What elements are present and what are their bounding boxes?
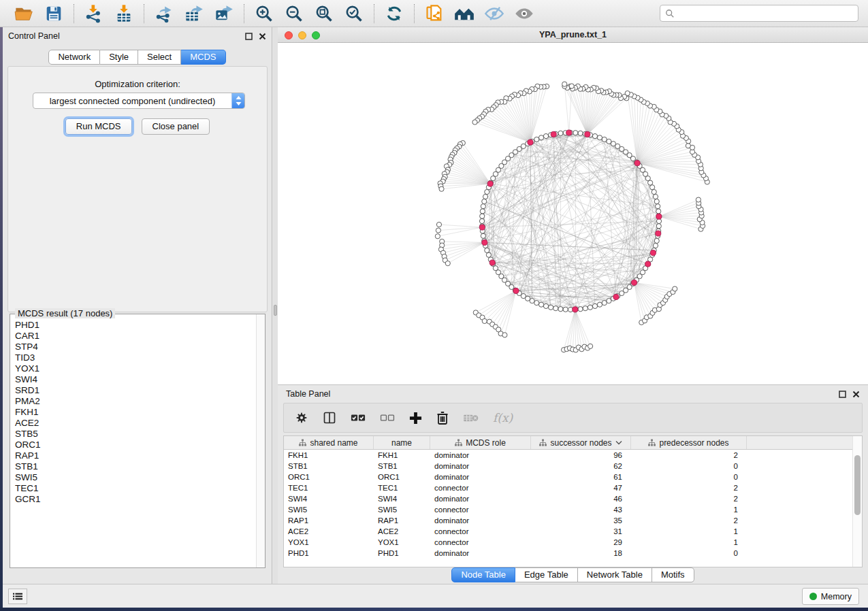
network-node[interactable] <box>578 307 583 312</box>
export-image-button[interactable] <box>212 3 236 24</box>
network-node[interactable] <box>588 344 593 348</box>
save-session-button[interactable] <box>42 3 65 24</box>
dominator-node[interactable] <box>613 294 619 299</box>
table-scrollbar-thumb[interactable] <box>854 455 861 515</box>
maximize-window-icon[interactable] <box>312 31 320 39</box>
zoom-in-button[interactable] <box>253 3 276 24</box>
table-row[interactable]: ACE2ACE2connector311 <box>284 526 862 537</box>
network-node[interactable] <box>558 131 563 135</box>
run-mcds-button[interactable]: Run MCDS <box>65 118 132 135</box>
split-view-button[interactable] <box>323 411 336 425</box>
hide-selected-button[interactable] <box>483 3 506 24</box>
memory-button[interactable]: Memory <box>802 588 859 605</box>
network-node[interactable] <box>652 189 656 194</box>
network-node[interactable] <box>543 133 548 138</box>
export-network-button[interactable] <box>152 3 176 24</box>
network-node[interactable] <box>597 135 602 140</box>
dominator-node[interactable] <box>566 130 572 135</box>
network-node[interactable] <box>592 303 597 308</box>
select-all-button[interactable] <box>351 412 366 423</box>
dominator-node[interactable] <box>513 288 519 293</box>
network-node[interactable] <box>578 131 583 135</box>
float-panel-icon[interactable] <box>839 391 846 398</box>
splitter-grip[interactable] <box>274 305 277 316</box>
dominator-node[interactable] <box>479 225 485 230</box>
table-row[interactable]: PHD1PHD1dominator180 <box>284 548 862 559</box>
mcds-result-item[interactable]: PHD1 <box>15 320 265 331</box>
tab-edge-table[interactable]: Edge Table <box>515 567 578 582</box>
task-history-button[interactable] <box>8 589 27 604</box>
mcds-result-list[interactable]: PHD1CAR1STP4TID3YOX1SWI4SRD1PMA2FKH1ACE2… <box>10 314 265 567</box>
dominator-node[interactable] <box>482 240 487 245</box>
network-node[interactable] <box>558 307 563 312</box>
deselect-all-button[interactable] <box>380 412 395 423</box>
network-node[interactable] <box>686 144 690 148</box>
network-node[interactable] <box>562 82 567 86</box>
dominator-node[interactable] <box>645 261 651 267</box>
zoom-out-button[interactable] <box>283 3 306 24</box>
delete-table-button[interactable] <box>463 413 479 423</box>
tab-mcds[interactable]: MCDS <box>181 50 225 65</box>
table-settings-button[interactable] <box>295 411 308 425</box>
network-node[interactable] <box>588 305 592 310</box>
tab-style[interactable]: Style <box>100 50 138 65</box>
mcds-result-item[interactable]: GCR1 <box>15 494 265 505</box>
network-node[interactable] <box>485 189 489 194</box>
network-node[interactable] <box>482 318 487 323</box>
mcds-result-item[interactable]: ACE2 <box>15 418 265 429</box>
dominator-node[interactable] <box>650 250 656 255</box>
network-node[interactable] <box>502 333 507 337</box>
network-node[interactable] <box>592 133 597 138</box>
tab-motifs[interactable]: Motifs <box>652 567 694 582</box>
network-node[interactable] <box>539 302 543 307</box>
dominator-node[interactable] <box>487 181 493 186</box>
column-header-successor-nodes[interactable]: successor nodes <box>531 436 631 449</box>
network-node[interactable] <box>656 224 661 229</box>
network-node[interactable] <box>673 286 677 291</box>
table-row[interactable]: STB1STB1dominator620 <box>284 461 862 472</box>
mcds-result-item[interactable]: SRD1 <box>15 385 265 396</box>
table-scrollbar[interactable] <box>852 436 862 567</box>
network-node[interactable] <box>650 185 655 190</box>
network-node[interactable] <box>583 306 588 311</box>
first-neighbors-button[interactable] <box>453 3 476 24</box>
mcds-result-item[interactable]: ORC1 <box>15 440 265 450</box>
dominator-node[interactable] <box>489 260 495 265</box>
network-node[interactable] <box>481 204 485 209</box>
dominator-node[interactable] <box>585 131 590 137</box>
zoom-selected-button[interactable] <box>342 3 366 24</box>
mcds-result-item[interactable]: FKH1 <box>15 407 265 418</box>
network-node[interactable] <box>482 199 487 203</box>
dominator-node[interactable] <box>573 307 578 312</box>
network-node[interactable] <box>553 306 558 311</box>
network-node[interactable] <box>472 120 477 125</box>
column-header-mcds-role[interactable]: MCDS role <box>430 436 531 449</box>
criterion-dropdown[interactable]: largest connected component (undirected) <box>33 93 245 109</box>
dominator-node[interactable] <box>656 214 662 219</box>
network-node[interactable] <box>480 209 485 214</box>
mcds-result-item[interactable]: CAR1 <box>15 331 265 342</box>
close-panel-icon[interactable] <box>852 391 860 398</box>
mcds-result-item[interactable]: SWI5 <box>15 472 265 483</box>
network-node[interactable] <box>602 137 607 142</box>
float-panel-icon[interactable] <box>245 33 253 40</box>
column-header-predecessor-nodes[interactable]: predecessor nodes <box>631 436 747 449</box>
show-all-button[interactable] <box>513 3 536 24</box>
network-node[interactable] <box>485 248 489 252</box>
network-node[interactable] <box>479 218 484 223</box>
dominator-node[interactable] <box>634 161 640 166</box>
dominator-node[interactable] <box>528 139 533 145</box>
network-node[interactable] <box>573 131 578 135</box>
network-node[interactable] <box>548 305 553 310</box>
table-row[interactable]: RAP1RAP1dominator352 <box>284 515 862 526</box>
export-table-button[interactable] <box>182 3 206 24</box>
network-node[interactable] <box>486 252 491 257</box>
search-box[interactable] <box>660 5 858 22</box>
mcds-result-item[interactable]: RAP1 <box>15 450 265 461</box>
network-node[interactable] <box>436 228 440 233</box>
network-canvas[interactable] <box>278 43 868 384</box>
network-node[interactable] <box>696 197 701 202</box>
zoom-fit-button[interactable] <box>312 3 336 24</box>
dominator-node[interactable] <box>551 131 556 137</box>
network-node[interactable] <box>563 307 568 312</box>
